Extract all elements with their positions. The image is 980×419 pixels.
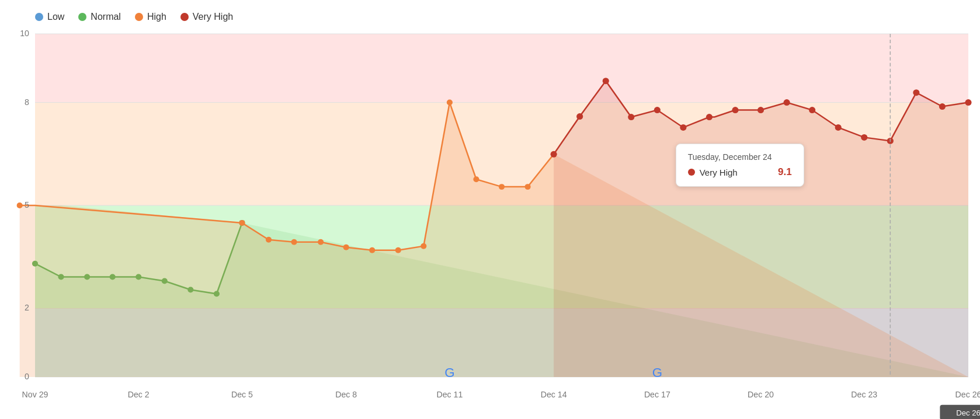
tooltip-date: Tuesday, December 24 bbox=[688, 152, 792, 162]
chart-svg: 10 8 5 2 0 Nov 29 Dec 2 Dec 5 Dec 8 Dec … bbox=[35, 34, 968, 377]
legend-dot-normal bbox=[78, 13, 86, 21]
x-label-dec8: Dec 8 bbox=[335, 390, 357, 399]
dot-vhigh-2 bbox=[576, 113, 583, 120]
y-label-10: 10 bbox=[20, 29, 29, 38]
dot-high-13 bbox=[524, 184, 530, 190]
x-label-dec11: Dec 11 bbox=[436, 390, 463, 399]
tooltip-label: Very High bbox=[688, 167, 738, 177]
dot-high-3 bbox=[266, 237, 272, 243]
tooltip-value: 9.1 bbox=[778, 166, 792, 178]
dot-vhigh-1 bbox=[551, 151, 557, 158]
dot-high-7 bbox=[369, 247, 375, 253]
dot-vhigh-9 bbox=[757, 107, 764, 113]
dot-vhigh-13 bbox=[861, 134, 867, 141]
dot-vhigh-8 bbox=[732, 107, 738, 113]
legend-item-low: Low bbox=[35, 12, 64, 22]
google-icon-1: G bbox=[444, 365, 454, 380]
dec26-badge-text: Dec 26 bbox=[956, 408, 980, 417]
chart-container: Low Normal High Very High bbox=[0, 0, 980, 419]
dot-vhigh-5 bbox=[654, 107, 661, 113]
dot-high-6 bbox=[343, 245, 349, 250]
google-icon-2: G bbox=[652, 365, 662, 380]
dot-vhigh-4 bbox=[628, 114, 634, 120]
legend-item-very-high: Very High bbox=[180, 12, 233, 22]
y-label-0: 0 bbox=[25, 372, 29, 381]
y-label-2: 2 bbox=[25, 303, 29, 312]
dot-high-2 bbox=[239, 220, 245, 226]
dot-high-11 bbox=[473, 176, 479, 182]
dot-vhigh-17 bbox=[965, 99, 971, 106]
chart-legend: Low Normal High Very High bbox=[35, 12, 968, 22]
x-label-nov29: Nov 29 bbox=[22, 390, 48, 399]
x-label-dec26: Dec 26 bbox=[955, 390, 980, 399]
dot-high-12 bbox=[499, 184, 505, 190]
tooltip-row: Very High 9.1 bbox=[688, 166, 792, 178]
red-area bbox=[554, 81, 968, 377]
dot-high-4 bbox=[291, 239, 297, 245]
x-label-dec23: Dec 23 bbox=[851, 390, 877, 399]
legend-item-normal: Normal bbox=[78, 12, 121, 22]
x-label-dec17: Dec 17 bbox=[644, 390, 670, 399]
x-label-dec5: Dec 5 bbox=[231, 390, 253, 399]
dot-high-9 bbox=[421, 243, 426, 249]
chart-area: 10 8 5 2 0 Nov 29 Dec 2 Dec 5 Dec 8 Dec … bbox=[35, 34, 968, 377]
dot-high-1 bbox=[17, 202, 23, 208]
dot-vhigh-6 bbox=[680, 124, 686, 131]
dot-vhigh-3 bbox=[603, 78, 609, 84]
legend-label-high: High bbox=[147, 12, 166, 22]
legend-dot-high bbox=[135, 13, 143, 21]
dot-vhigh-11 bbox=[809, 107, 815, 113]
dot-vhigh-10 bbox=[784, 99, 790, 106]
legend-label-normal: Normal bbox=[91, 12, 121, 22]
zone-very-high bbox=[35, 34, 968, 103]
dot-high-5 bbox=[318, 239, 324, 245]
dot-vhigh-15 bbox=[913, 89, 919, 96]
dot-high-10 bbox=[447, 100, 453, 106]
dot-vhigh-7 bbox=[706, 114, 713, 120]
x-label-dec2: Dec 2 bbox=[128, 390, 150, 399]
dot-high-8 bbox=[395, 247, 401, 253]
y-label-8: 8 bbox=[25, 97, 29, 107]
tooltip-dot bbox=[688, 169, 695, 176]
legend-label-very-high: Very High bbox=[193, 12, 233, 22]
legend-dot-low bbox=[35, 13, 43, 21]
tooltip-series: Very High bbox=[700, 167, 738, 177]
legend-item-high: High bbox=[135, 12, 166, 22]
legend-dot-very-high bbox=[180, 13, 189, 21]
dot-vhigh-12 bbox=[835, 124, 842, 131]
dot-vhigh-16 bbox=[939, 103, 946, 110]
x-label-dec14: Dec 14 bbox=[541, 390, 567, 399]
tooltip: Tuesday, December 24 Very High 9.1 bbox=[676, 144, 804, 187]
x-label-dec20: Dec 20 bbox=[748, 390, 774, 399]
y-label-5: 5 bbox=[25, 200, 29, 209]
legend-label-low: Low bbox=[47, 12, 64, 22]
